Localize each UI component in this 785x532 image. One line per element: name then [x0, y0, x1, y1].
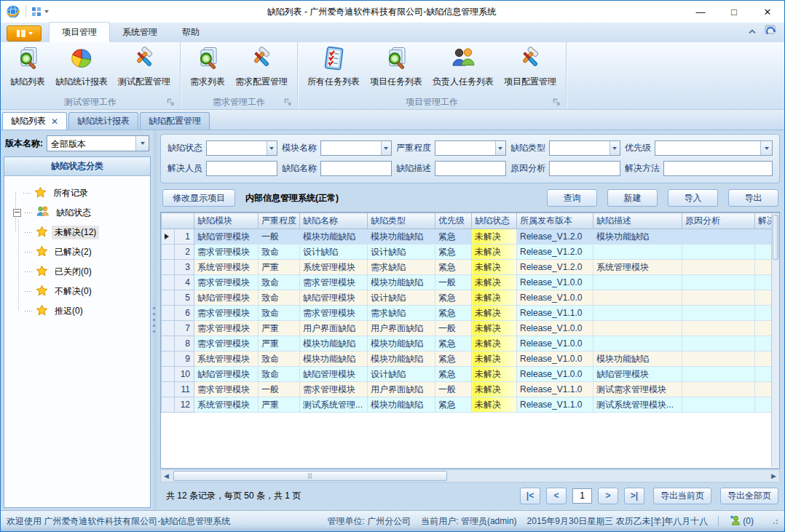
dropdown-icon[interactable]: [267, 141, 277, 155]
ribbon-tab-2[interactable]: 系统管理: [110, 23, 170, 42]
table-row[interactable]: 5缺陷管理模块致命缺陷管理模块设计缺陷紧急未解决Release_V1.0.0: [162, 290, 781, 306]
tree-item-不解决(0)[interactable]: 不解决(0): [25, 282, 147, 301]
ribbon-button-需求配置管理[interactable]: 需求配置管理: [230, 44, 293, 89]
filter-combo-严重程度[interactable]: [435, 140, 506, 156]
collapse-ribbon-icon[interactable]: [748, 26, 757, 36]
ribbon-button-所有任务列表[interactable]: 所有任务列表: [302, 44, 365, 89]
action-button-导入[interactable]: 导入: [668, 189, 718, 207]
panel-splitter[interactable]: [151, 130, 157, 510]
action-button-导出[interactable]: 导出: [728, 189, 778, 207]
close-button[interactable]: ✕: [751, 1, 784, 23]
column-header-严重程度[interactable]: 严重程度: [259, 213, 300, 229]
filter-field-input[interactable]: [664, 162, 772, 175]
tree-item-未解决(12)[interactable]: 未解决(12): [25, 223, 147, 242]
application-menu-button[interactable]: [7, 25, 42, 41]
table-row[interactable]: 7需求管理模块严重用户界面缺陷用户界面缺陷一般未解决Release_V1.0.0: [162, 321, 781, 336]
close-tab-icon[interactable]: ✕: [51, 117, 58, 126]
scrollbar-thumb[interactable]: [173, 471, 447, 481]
filter-field-input[interactable]: [321, 162, 391, 175]
ribbon-tab-1[interactable]: 项目管理: [49, 22, 110, 42]
column-header-缺陷模块[interactable]: 缺陷模块: [194, 213, 259, 229]
table-row[interactable]: 4需求管理模块致命需求管理模块模块功能缺陷一般未解决Release_V1.0.0: [162, 275, 781, 290]
export-all-pages-button[interactable]: 导出全部页: [720, 488, 778, 504]
filter-combo-优先级[interactable]: [655, 140, 773, 156]
filter-input-原因分析[interactable]: [549, 161, 620, 176]
column-header-所属发布版本[interactable]: 所属发布版本: [517, 213, 593, 229]
table-row[interactable]: 11需求管理模块一般需求管理模块用户界面缺陷一般未解决Release_V1.1.…: [162, 382, 781, 397]
ribbon-button-缺陷列表[interactable]: 缺陷列表: [5, 44, 50, 89]
column-header-缺陷描述[interactable]: 缺陷描述: [593, 213, 682, 229]
filter-input-缺陷名称[interactable]: [320, 161, 392, 176]
column-header-原因分析[interactable]: 原因分析: [682, 213, 755, 229]
tree-expander-icon[interactable]: [13, 209, 21, 217]
action-button-新建[interactable]: 新建: [607, 189, 658, 207]
table-row[interactable]: 1缺陷管理模块一般模块功能缺陷模块功能缺陷紧急未解决Release_V1.2.0…: [162, 229, 781, 245]
scroll-left-icon[interactable]: ◀: [161, 470, 172, 482]
filter-field-input[interactable]: [207, 141, 267, 155]
ribbon-button-负责人任务列表[interactable]: 负责人任务列表: [427, 44, 499, 89]
last-page-button[interactable]: >|: [624, 488, 644, 504]
table-row[interactable]: 9系统管理模块致命模块功能缺陷模块功能缺陷紧急未解决Release_V1.0.0…: [162, 352, 781, 367]
table-row[interactable]: 6需求管理模块致命需求管理模块需求缺陷紧急未解决Release_V1.1.0: [162, 306, 781, 321]
filter-combo-模块名称[interactable]: [320, 140, 392, 156]
dialog-launcher-icon[interactable]: [167, 98, 175, 106]
next-page-button[interactable]: >: [598, 488, 618, 504]
table-row[interactable]: 2需求管理模块致命设计缺陷设计缺陷紧急未解决Release_V1.2.0: [162, 245, 781, 260]
filter-combo-缺陷状态[interactable]: [206, 140, 277, 156]
doc-tab-缺陷统计报表[interactable]: 缺陷统计报表: [68, 112, 138, 130]
page-input[interactable]: [572, 488, 592, 504]
grid-horizontal-scrollbar[interactable]: ◀ ▶: [160, 469, 780, 483]
ribbon-tab-3[interactable]: 帮助: [170, 23, 212, 42]
resize-grip-icon[interactable]: [771, 517, 778, 525]
table-row[interactable]: 8需求管理模块严重模块功能缺陷模块功能缺陷紧急未解决Release_V1.0.0: [162, 336, 781, 352]
column-header-缺陷类型[interactable]: 缺陷类型: [368, 213, 435, 229]
grid-vertical-scrollbar[interactable]: [771, 213, 779, 467]
online-user-icon[interactable]: [729, 515, 741, 528]
column-header-缺陷状态[interactable]: 缺陷状态: [472, 213, 517, 229]
modify-columns-button[interactable]: 修改显示项目: [162, 189, 235, 207]
version-dropdown-icon[interactable]: [135, 136, 149, 151]
dropdown-icon[interactable]: [495, 141, 505, 155]
tree-item-已解决(2)[interactable]: 已解决(2): [25, 242, 147, 262]
dropdown-icon[interactable]: [610, 141, 620, 155]
filter-field-input[interactable]: [655, 141, 760, 155]
scroll-right-icon[interactable]: ▶: [768, 470, 779, 482]
filter-field-input[interactable]: [207, 162, 277, 175]
prev-page-button[interactable]: <: [546, 488, 567, 504]
filter-input-解决人员[interactable]: [206, 161, 277, 176]
quick-access-grid-icon[interactable]: [31, 7, 42, 17]
filter-field-input[interactable]: [550, 141, 610, 155]
dropdown-icon[interactable]: [381, 141, 391, 155]
action-button-查询[interactable]: 查询: [547, 189, 597, 207]
minimize-button[interactable]: —: [684, 1, 717, 23]
table-row[interactable]: 3系统管理模块严重系统管理模块需求缺陷紧急未解决Release_V1.2.0系统…: [162, 260, 781, 275]
ribbon-button-缺陷统计报表[interactable]: 缺陷统计报表: [50, 44, 113, 89]
tree-item-已关闭(0)[interactable]: 已关闭(0): [25, 262, 147, 282]
export-current-page-button[interactable]: 导出当前页: [653, 488, 711, 504]
dropdown-icon[interactable]: [760, 141, 772, 155]
scrollbar-thumb[interactable]: [773, 215, 778, 260]
ribbon-button-项目配置管理[interactable]: 项目配置管理: [499, 44, 561, 89]
column-header-优先级[interactable]: 优先级: [435, 213, 472, 229]
ribbon-button-测试配置管理[interactable]: 测试配置管理: [113, 44, 175, 89]
ribbon-button-项目任务列表[interactable]: 项目任务列表: [365, 44, 427, 89]
filter-field-input[interactable]: [321, 141, 381, 155]
filter-field-input[interactable]: [550, 162, 620, 175]
filter-input-解决方法[interactable]: [663, 161, 773, 176]
column-header-缺陷名称[interactable]: 缺陷名称: [300, 213, 368, 229]
filter-combo-缺陷类型[interactable]: [549, 140, 620, 156]
doc-tab-缺陷配置管理[interactable]: 缺陷配置管理: [140, 112, 210, 130]
filter-field-input[interactable]: [435, 162, 505, 175]
filter-field-input[interactable]: [435, 141, 495, 155]
filter-input-缺陷描述[interactable]: [435, 161, 506, 176]
dialog-launcher-icon[interactable]: [284, 98, 292, 106]
table-row[interactable]: 10缺陷管理模块致命缺陷管理模块设计缺陷紧急未解决Release_V1.0.0缺…: [162, 367, 781, 382]
quick-access-dropdown-icon[interactable]: [44, 10, 49, 13]
ribbon-button-需求列表[interactable]: 需求列表: [185, 44, 230, 89]
doc-tab-缺陷列表[interactable]: 缺陷列表✕: [2, 112, 67, 130]
first-page-button[interactable]: |<: [520, 488, 540, 504]
tree-item-推迟(0)[interactable]: 推迟(0): [25, 301, 147, 321]
table-row[interactable]: 12系统管理模块严重测试系统管理...模块功能缺陷紧急未解决Release_V1…: [162, 397, 781, 413]
version-select[interactable]: 全部版本: [47, 135, 149, 151]
help-icon[interactable]: [764, 23, 777, 39]
